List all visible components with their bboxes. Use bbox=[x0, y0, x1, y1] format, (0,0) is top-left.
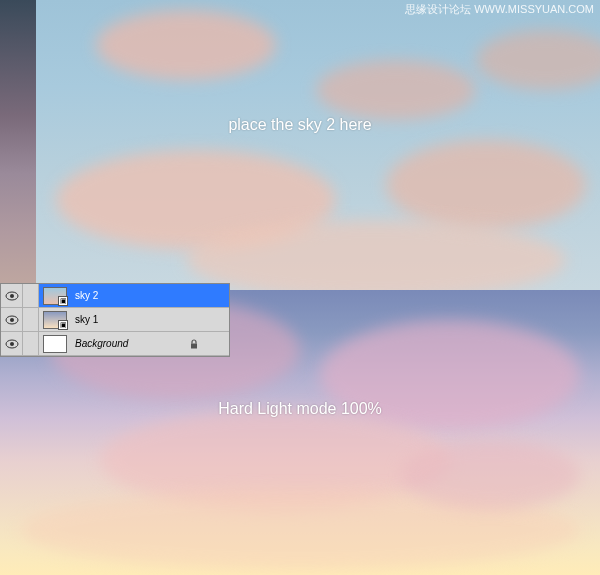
layer-name-label[interactable]: sky 1 bbox=[75, 314, 229, 325]
cloud bbox=[96, 10, 276, 80]
layer-name-label[interactable]: sky 2 bbox=[75, 290, 229, 301]
smart-object-badge: ▣ bbox=[58, 296, 68, 306]
layer-row-sky1[interactable]: ▣ sky 1 bbox=[1, 308, 229, 332]
link-column[interactable] bbox=[23, 284, 39, 307]
link-column[interactable] bbox=[23, 332, 39, 355]
svg-point-3 bbox=[10, 318, 14, 322]
link-column[interactable] bbox=[23, 308, 39, 331]
cloud bbox=[386, 140, 586, 230]
smart-object-badge: ▣ bbox=[58, 320, 68, 330]
sky-top-image bbox=[36, 0, 600, 290]
eye-icon bbox=[5, 291, 19, 301]
cloud bbox=[316, 60, 476, 120]
visibility-toggle[interactable] bbox=[1, 308, 23, 331]
svg-point-5 bbox=[10, 342, 14, 346]
layer-thumbnail[interactable] bbox=[43, 335, 67, 353]
visibility-toggle[interactable] bbox=[1, 284, 23, 307]
tutorial-canvas: 思缘设计论坛 WWW.MISSYUAN.COM place the sky 2 … bbox=[0, 0, 600, 575]
visibility-toggle[interactable] bbox=[1, 332, 23, 355]
instruction-top: place the sky 2 here bbox=[228, 116, 371, 134]
layer-thumbnail[interactable]: ▣ bbox=[43, 287, 67, 305]
cloud bbox=[476, 30, 600, 90]
lock-icon bbox=[189, 339, 199, 349]
instruction-bottom: Hard Light mode 100% bbox=[218, 400, 382, 418]
watermark-text: 思缘设计论坛 WWW.MISSYUAN.COM bbox=[405, 2, 594, 17]
layer-row-sky2[interactable]: ▣ sky 2 bbox=[1, 284, 229, 308]
cloud bbox=[186, 220, 566, 290]
layer-thumbnail[interactable]: ▣ bbox=[43, 311, 67, 329]
svg-point-1 bbox=[10, 294, 14, 298]
layers-panel[interactable]: ▣ sky 2 ▣ sky 1 Background bbox=[0, 283, 230, 357]
layer-name-label[interactable]: Background bbox=[75, 338, 189, 349]
cloud bbox=[400, 440, 580, 510]
svg-rect-6 bbox=[191, 343, 197, 348]
eye-icon bbox=[5, 315, 19, 325]
left-sky-strip bbox=[0, 0, 36, 290]
eye-icon bbox=[5, 339, 19, 349]
layer-row-background[interactable]: Background bbox=[1, 332, 229, 356]
